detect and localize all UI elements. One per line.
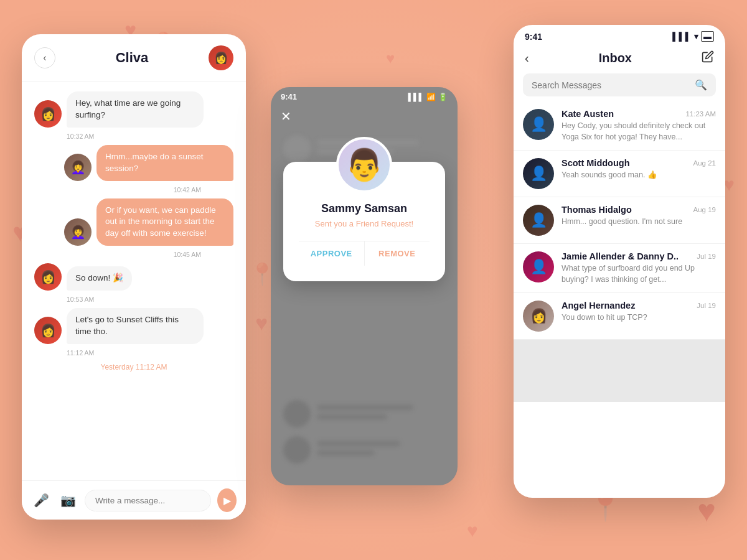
- approve-button[interactable]: APPROVE: [299, 241, 365, 266]
- search-input[interactable]: [532, 80, 690, 90]
- friend-subtitle: Sent you a Friend Request!: [299, 219, 430, 228]
- status-time: 9:41: [281, 92, 297, 101]
- message-preview: What type of surfboard did you end Up bu…: [561, 263, 716, 285]
- name-time-row: Angel Hernandez Jul 19: [561, 301, 716, 310]
- blurred-bottom-content: [271, 400, 458, 464]
- name-time-row: Jamie Allender & Danny D.. Jul 19: [561, 251, 716, 261]
- inbox-conversation-list: 👤 Kate Austen 11:23 AM Hey Cody, you sho…: [514, 101, 725, 340]
- blurred-text: [317, 441, 445, 459]
- search-bar: 🔍: [523, 73, 716, 96]
- friend-request-phone: 9:41 ▌▌▌ 📶 🔋 ✕ 👨: [271, 87, 458, 485]
- contact-name: Jamie Allender & Danny D..: [561, 251, 679, 261]
- inbox-status-bar: 9:41 ▌▌▌ ▾ ▬: [514, 25, 725, 45]
- friend-avatar-wrapper: 👨: [336, 137, 392, 193]
- send-button[interactable]: ▶: [217, 488, 237, 512]
- back-button[interactable]: ‹: [525, 51, 529, 65]
- microphone-button[interactable]: 🎤: [31, 490, 52, 510]
- blurred-avatar: [283, 135, 311, 162]
- inbox-item[interactable]: 👩 Angel Hernandez Jul 19 You down to hit…: [514, 293, 725, 340]
- message-avatar: 👩: [34, 263, 62, 291]
- inbox-title: Inbox: [529, 51, 702, 65]
- header-avatar[interactable]: 👩: [209, 45, 233, 70]
- message-time: 10:42 AM: [34, 186, 233, 194]
- message-time: 11:23 AM: [685, 110, 716, 118]
- inbox-header: ‹ Inbox: [514, 45, 725, 73]
- friend-actions: APPROVE REMOVE: [299, 241, 430, 266]
- back-icon: ‹: [43, 52, 46, 63]
- inbox-item[interactable]: 👤 Thomas Hidalgo Aug 19 Hmm... good ques…: [514, 197, 725, 244]
- chat-messages-area: 👩 Hey, what time are we going surfing? 1…: [22, 82, 246, 480]
- message-time: 10:32 AM: [34, 133, 233, 140]
- signal-icon: ▌▌▌: [672, 32, 692, 41]
- message-avatar: 👩‍🦱: [64, 154, 92, 181]
- message-time: Aug 19: [693, 206, 716, 213]
- name-time-row: Scott Middough Aug 21: [561, 158, 716, 168]
- message-time: 10:45 AM: [34, 251, 233, 258]
- name-time-row: Thomas Hidalgo Aug 19: [561, 205, 716, 215]
- wifi-icon: 📶: [426, 93, 436, 101]
- message-bubble: Hmm...maybe do a sunset session?: [96, 145, 233, 181]
- inbox-item[interactable]: 👤 Scott Middough Aug 21 Yeah sounds good…: [514, 151, 725, 197]
- message-time: Aug 21: [693, 159, 716, 167]
- message-preview: Yeah sounds good man. 👍: [561, 170, 716, 181]
- blurred-row: [283, 436, 445, 464]
- battery-icon: 🔋: [438, 93, 448, 101]
- battery-icon: ▬: [701, 31, 714, 42]
- blurred-avatar: [283, 436, 311, 464]
- chat-title: Cliva: [55, 50, 209, 66]
- inbox-time: 9:41: [525, 32, 542, 42]
- friend-request-card: 👨 Sammy Samsan Sent you a Friend Request…: [283, 162, 445, 281]
- message-row: 👩 Let's go to Sunset Cliffs this time th…: [34, 308, 233, 344]
- conversation-avatar: 👤: [523, 205, 554, 236]
- message-input[interactable]: [85, 490, 211, 511]
- message-time: Jul 19: [697, 253, 716, 260]
- message-preview: You down to hit up TCP?: [561, 312, 716, 324]
- back-button[interactable]: ‹: [34, 47, 55, 68]
- conversation-avatar: 👤: [523, 109, 554, 140]
- chat-header: ‹ Cliva 👩: [22, 34, 246, 82]
- name-time-row: Kate Austen 11:23 AM: [561, 109, 716, 119]
- message-bubble: Hey, what time are we going surfing?: [67, 91, 204, 128]
- message-preview: Hey Cody, you should definitely check ou…: [561, 121, 716, 142]
- message-row: Hmm...maybe do a sunset session? 👩‍🦱: [34, 145, 233, 181]
- message-avatar: 👩: [34, 317, 62, 344]
- compose-button[interactable]: [702, 50, 714, 66]
- friend-avatar: 👨: [336, 137, 392, 193]
- yesterday-label: Yesterday 11:12 AM: [34, 363, 233, 371]
- conversation-content: Jamie Allender & Danny D.. Jul 19 What t…: [561, 251, 716, 285]
- message-avatar: 👩: [34, 100, 62, 128]
- chat-input-bar: 🎤 📷 ▶: [22, 480, 246, 520]
- message-bubble: So down! 🎉: [67, 266, 132, 291]
- wifi-icon: ▾: [694, 32, 698, 41]
- blurred-avatar: [283, 400, 311, 427]
- signal-icon: ▌▌▌: [408, 93, 424, 101]
- search-icon: 🔍: [695, 79, 707, 91]
- message-avatar: 👩‍🦱: [64, 218, 92, 246]
- inbox-phone: 9:41 ▌▌▌ ▾ ▬ ‹ Inbox 🔍 👤 Kate Au: [514, 25, 725, 498]
- contact-name: Angel Hernandez: [561, 301, 635, 310]
- conversation-avatar: 👩: [523, 301, 554, 332]
- status-icons: ▌▌▌ 📶 🔋: [408, 93, 448, 101]
- message-row: 👩 So down! 🎉: [34, 263, 233, 291]
- inbox-footer-area: [514, 340, 725, 402]
- inbox-item[interactable]: 👤 Jamie Allender & Danny D.. Jul 19 What…: [514, 244, 725, 293]
- message-time: Jul 19: [697, 302, 716, 309]
- conversation-content: Scott Middough Aug 21 Yeah sounds good m…: [561, 158, 716, 181]
- camera-button[interactable]: 📷: [58, 490, 78, 510]
- remove-button[interactable]: REMOVE: [365, 241, 430, 266]
- conversation-avatar: 👤: [523, 158, 554, 189]
- contact-name: Kate Austen: [561, 109, 614, 119]
- conversation-content: Angel Hernandez Jul 19 You down to hit u…: [561, 301, 716, 324]
- message-time: 10:53 AM: [34, 296, 233, 303]
- status-icons: ▌▌▌ ▾ ▬: [672, 31, 714, 42]
- message-time: 11:12 AM: [34, 349, 233, 357]
- conversation-avatar: 👤: [523, 251, 554, 282]
- message-row: Or if you want, we can paddle out in the…: [34, 198, 233, 246]
- message-bubble: Or if you want, we can paddle out in the…: [96, 198, 233, 246]
- message-preview: Hmm... good question. I'm not sure: [561, 217, 716, 228]
- close-button[interactable]: ✕: [271, 104, 458, 129]
- contact-name: Scott Middough: [561, 158, 630, 168]
- conversation-content: Kate Austen 11:23 AM Hey Cody, you shoul…: [561, 109, 716, 142]
- friend-name: Sammy Samsan: [299, 202, 430, 215]
- inbox-item[interactable]: 👤 Kate Austen 11:23 AM Hey Cody, you sho…: [514, 101, 725, 151]
